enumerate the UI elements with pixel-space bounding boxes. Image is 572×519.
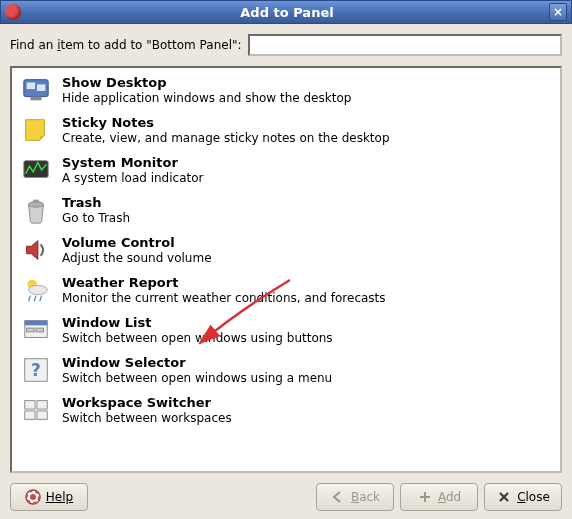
search-label: Find an item to add to "Bottom Panel":	[10, 38, 242, 52]
item-desc: Hide application windows and show the de…	[62, 91, 552, 105]
volume-icon	[20, 234, 52, 266]
item-desc: Adjust the sound volume	[62, 251, 552, 265]
item-title: Window Selector	[62, 355, 552, 370]
item-text: Volume ControlAdjust the sound volume	[62, 234, 552, 265]
window-title: Add to Panel	[25, 5, 549, 20]
item-title: Weather Report	[62, 275, 552, 290]
applet-list[interactable]: Show DesktopHide application windows and…	[10, 66, 562, 473]
list-item[interactable]: System MonitorA system load indicator	[14, 150, 558, 190]
help-text: Help	[46, 490, 73, 504]
item-desc: A system load indicator	[62, 171, 552, 185]
search-label-pre: Find an	[10, 38, 57, 52]
svg-rect-11	[27, 328, 35, 332]
window-list-icon	[20, 314, 52, 346]
svg-rect-6	[33, 200, 39, 203]
svg-rect-2	[37, 84, 45, 91]
dialog-content: Find an item to add to "Bottom Panel": S…	[0, 24, 572, 519]
svg-rect-18	[37, 411, 47, 419]
button-row: Help Back Add Close	[10, 473, 562, 511]
list-item[interactable]: Window ListSwitch between open windows u…	[14, 310, 558, 350]
help-icon	[25, 489, 41, 505]
list-item[interactable]: TrashGo to Trash	[14, 190, 558, 230]
list-item[interactable]: Show DesktopHide application windows and…	[14, 70, 558, 110]
svg-rect-12	[36, 328, 44, 332]
svg-rect-1	[27, 83, 35, 90]
item-title: Window List	[62, 315, 552, 330]
list-item[interactable]: Volume ControlAdjust the sound volume	[14, 230, 558, 270]
svg-text:?: ?	[31, 360, 41, 380]
titlebar: Add to Panel ×	[0, 0, 572, 24]
item-title: Trash	[62, 195, 552, 210]
close-window-button[interactable]: ×	[549, 3, 567, 21]
svg-rect-17	[25, 411, 35, 419]
close-icon: ×	[553, 5, 563, 19]
list-item[interactable]: Weather ReportMonitor the current weathe…	[14, 270, 558, 310]
svg-point-20	[30, 494, 36, 500]
search-row: Find an item to add to "Bottom Panel":	[10, 34, 562, 56]
item-text: Window ListSwitch between open windows u…	[62, 314, 552, 345]
item-title: Sticky Notes	[62, 115, 552, 130]
item-desc: Switch between open windows using a menu	[62, 371, 552, 385]
item-title: Workspace Switcher	[62, 395, 552, 410]
add-icon	[417, 489, 433, 505]
item-desc: Switch between workspaces	[62, 411, 552, 425]
show-desktop-icon	[20, 74, 52, 106]
svg-rect-3	[30, 97, 41, 101]
back-button[interactable]: Back	[316, 483, 394, 511]
item-text: Weather ReportMonitor the current weathe…	[62, 274, 552, 305]
list-item[interactable]: Workspace SwitcherSwitch between workspa…	[14, 390, 558, 430]
list-item[interactable]: Sticky NotesCreate, view, and manage sti…	[14, 110, 558, 150]
item-desc: Create, view, and manage sticky notes on…	[62, 131, 552, 145]
system-monitor-icon	[20, 154, 52, 186]
svg-rect-10	[25, 321, 48, 326]
close-button[interactable]: Close	[484, 483, 562, 511]
item-desc: Monitor the current weather conditions, …	[62, 291, 552, 305]
weather-icon	[20, 274, 52, 306]
close-label: Close	[517, 490, 550, 504]
back-icon	[330, 489, 346, 505]
item-text: Sticky NotesCreate, view, and manage sti…	[62, 114, 552, 145]
item-title: Show Desktop	[62, 75, 552, 90]
item-desc: Switch between open windows using button…	[62, 331, 552, 345]
item-text: Workspace SwitcherSwitch between workspa…	[62, 394, 552, 425]
add-button[interactable]: Add	[400, 483, 478, 511]
app-icon	[5, 4, 21, 20]
svg-point-8	[29, 285, 48, 294]
help-button[interactable]: Help	[10, 483, 88, 511]
search-input[interactable]	[248, 34, 562, 56]
help-label: Help	[46, 490, 73, 504]
item-text: System MonitorA system load indicator	[62, 154, 552, 185]
item-text: TrashGo to Trash	[62, 194, 552, 225]
item-text: Window SelectorSwitch between open windo…	[62, 354, 552, 385]
item-text: Show DesktopHide application windows and…	[62, 74, 552, 105]
svg-rect-15	[25, 401, 35, 409]
sticky-notes-icon	[20, 114, 52, 146]
window-selector-icon: ?	[20, 354, 52, 386]
back-label: Back	[351, 490, 380, 504]
trash-icon	[20, 194, 52, 226]
search-label-post: tem to add to "Bottom Panel":	[61, 38, 242, 52]
item-title: Volume Control	[62, 235, 552, 250]
list-item[interactable]: ?Window SelectorSwitch between open wind…	[14, 350, 558, 390]
item-desc: Go to Trash	[62, 211, 552, 225]
close-icon	[496, 489, 512, 505]
item-title: System Monitor	[62, 155, 552, 170]
svg-rect-16	[37, 401, 47, 409]
workspace-switcher-icon	[20, 394, 52, 426]
add-label: Add	[438, 490, 461, 504]
